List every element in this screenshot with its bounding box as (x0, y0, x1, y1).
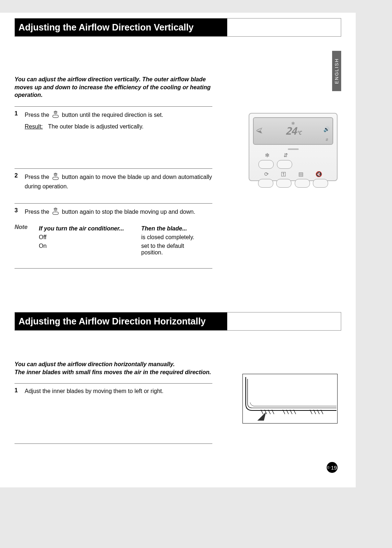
step-number: 3 (15, 207, 25, 217)
note-cell: set to the default position. (141, 242, 212, 257)
remote-button (276, 179, 291, 188)
note-cell: is closed completely. (141, 233, 212, 241)
swing-icon: ⇵ (326, 137, 328, 142)
step-text: Adjust the inner blades by moving them t… (25, 387, 212, 440)
remote-button (313, 179, 328, 188)
step: 1 Press the button until the required di… (15, 106, 212, 168)
step-text-pre: Press the (25, 209, 51, 215)
note-header-right: Then the blade... (141, 225, 212, 233)
sound-icon: 🔊 (323, 126, 330, 132)
remote-indicator (288, 148, 299, 150)
display-temperature: 24°C (285, 125, 301, 137)
step-text-pre: Press the (25, 174, 51, 180)
section1-intro: You can adjust the airflow direction ver… (15, 75, 225, 99)
key-icon: ⚿ (281, 171, 286, 177)
note-block: Note If you turn the air conditioner... … (15, 221, 212, 269)
remote-icons-row: ✻ ⇵ x x (258, 152, 328, 159)
timer-icon: ⟳ (264, 171, 269, 177)
step: 1 Adjust the inner blades by moving them… (15, 383, 212, 444)
sound-icon: 🔇 (315, 171, 322, 177)
svg-rect-0 (53, 115, 58, 118)
note-cell: Off (39, 233, 140, 241)
page-number: 19 (331, 465, 337, 471)
remote-button (258, 160, 274, 169)
remote-button (295, 179, 310, 188)
section2-header: Adjusting the Airflow Direction Horizont… (15, 312, 341, 331)
note-cell: On (39, 242, 140, 257)
page-number-badge: E-19 (327, 462, 338, 473)
svg-rect-1 (53, 177, 58, 180)
note-label: Note (15, 224, 38, 257)
remote-button (277, 160, 292, 169)
snowflake-mode-icon: ✻ (265, 152, 270, 159)
svg-rect-2 (53, 212, 58, 214)
result-label: Result: (25, 123, 46, 131)
remote-button (258, 179, 273, 188)
remote-display: ✻ ⮘ 24°C 🔊 ⇵ (253, 117, 333, 145)
step-text-post: button until the required direction is s… (62, 112, 163, 118)
arrow-left-icon: ⮘ (256, 127, 263, 135)
step-number: 1 (15, 110, 25, 165)
section2-intro: You can adjust the airflow direction hor… (15, 360, 225, 376)
note-table: If you turn the air conditioner... Then … (38, 224, 212, 257)
step-text-post: button again to stop the blade moving up… (62, 209, 195, 215)
section2-steps: 1 Adjust the inner blades by moving them… (15, 383, 212, 444)
language-tab: ENGLISH (332, 51, 341, 91)
swing-button-icon (52, 110, 60, 120)
swing-icon: ⇵ (283, 152, 288, 159)
step-number: 1 (15, 387, 25, 440)
svg-marker-3 (257, 412, 266, 421)
snowflake-icon: ✻ (291, 120, 294, 126)
section1-steps: 1 Press the button until the required di… (15, 106, 212, 269)
step: 2 Press the button again to move the bla… (15, 168, 212, 203)
indoor-unit-diagram (242, 374, 338, 424)
step: 3 Press the button again to stop the bla… (15, 203, 212, 221)
list-icon: ▤ (298, 171, 303, 177)
remote-icons-row-2: ⟳ ⚿ ▤ 🔇 (258, 171, 328, 177)
step-number: 2 (15, 172, 25, 200)
page-prefix: E- (327, 466, 331, 469)
swing-button-icon (52, 172, 60, 183)
section2-title: Adjusting the Airflow Direction Horizont… (15, 312, 227, 330)
section1-header: Adjusting the Airflow Direction Vertical… (15, 18, 341, 37)
swing-button-icon (52, 207, 60, 217)
result-text: The outer blade is adjusted vertically. (48, 123, 200, 131)
step-text-pre: Press the (25, 112, 51, 118)
note-header-left: If you turn the air conditioner... (39, 225, 140, 233)
section1-title: Adjusting the Airflow Direction Vertical… (15, 19, 227, 36)
manual-page: ENGLISH Adjusting the Airflow Direction … (0, 13, 356, 487)
remote-control-diagram: ✻ ⮘ 24°C 🔊 ⇵ ✻ ⇵ x x ⟳ ⚿ ▤ 🔇 (249, 113, 338, 181)
